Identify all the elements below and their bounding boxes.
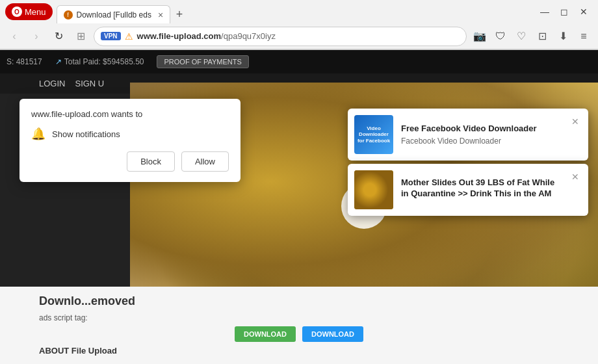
popup-buttons: Block Allow: [31, 151, 229, 172]
close-button[interactable]: ✕: [575, 3, 593, 21]
page-text-area: Downlo...emoved ads script tag: DOWNLOAD…: [0, 287, 598, 364]
tab-favicon: f: [64, 10, 73, 20]
vpn-badge: VPN: [101, 32, 121, 40]
tab-close-icon[interactable]: ×: [158, 10, 163, 20]
ad-card-2[interactable]: Mother Slides Out 39 LBS of Fat While in…: [348, 164, 588, 216]
popup-site-text: www.file-upload.com wants to: [31, 109, 229, 119]
warning-icon: ⚠: [125, 31, 133, 42]
maximize-button[interactable]: ◻: [555, 3, 573, 21]
ad2-thumbnail: [354, 170, 393, 209]
stats-text: S: 481517: [6, 57, 42, 66]
bookmark-icon[interactable]: ♡: [512, 27, 530, 46]
ad2-thumb-image: [354, 170, 393, 209]
new-tab-button[interactable]: +: [170, 5, 188, 23]
page-heading: Downlo...emoved: [39, 294, 559, 308]
main-menu-icon[interactable]: ≡: [575, 27, 593, 46]
url-domain: www.file-upload.com: [137, 31, 222, 41]
toolbar-icons: 📷 🛡 ♡ ⊡ ⬇ ≡: [471, 27, 593, 46]
shield-icon[interactable]: 🛡: [491, 27, 510, 46]
camera-icon[interactable]: 📷: [471, 27, 489, 46]
about-label: ABOUT File Upload: [39, 346, 559, 356]
popup-notification-row: 🔔 Show notifications: [31, 127, 229, 141]
url-bar[interactable]: VPN ⚠ www.file-upload.com/qpa9qu7x0iyz: [94, 27, 467, 46]
nav-signup[interactable]: SIGN U: [75, 79, 104, 88]
opera-menu-button[interactable]: O Menu: [5, 3, 53, 20]
block-button[interactable]: Block: [127, 151, 175, 172]
address-bar: ‹ › ↻ ⊞ VPN ⚠ www.file-upload.com/qpa9qu…: [0, 23, 598, 49]
minimize-button[interactable]: —: [536, 3, 554, 21]
ad2-close-button[interactable]: ✕: [569, 170, 582, 183]
back-button[interactable]: ‹: [5, 27, 23, 46]
ad2-text: Mother Slides Out 39 LBS of Fat While in…: [401, 177, 561, 202]
page-content: S: 481517 ↗ Total Paid: $594585.50 PROOF…: [0, 50, 598, 364]
allow-button[interactable]: Allow: [181, 151, 229, 172]
ad1-thumb-image: Video Downloader for Facebook: [354, 115, 393, 154]
ad-card-1[interactable]: Video Downloader for Facebook Free Faceb…: [348, 109, 588, 161]
opera-menu-label: Menu: [25, 7, 46, 17]
nav-login[interactable]: LOGIN: [39, 79, 65, 88]
browser-chrome: O Menu f Download [Fulldb eds × + — ◻ ✕ …: [0, 0, 598, 50]
tabs-area: f Download [Fulldb eds × +: [57, 0, 532, 23]
website-top-bar: S: 481517 ↗ Total Paid: $594585.50 PROOF…: [0, 50, 598, 73]
popup-notification-label: Show notifications: [52, 129, 120, 139]
ad1-text: Free Facebook Video Downloader Facebook …: [401, 124, 561, 146]
download-buttons-area: DOWNLOAD DOWNLOAD: [39, 326, 559, 342]
url-path: /qpa9qu7x0iyz: [221, 31, 276, 41]
notification-popup: www.file-upload.com wants to 🔔 Show noti…: [20, 99, 240, 182]
ads-section: ads script tag:: [39, 313, 559, 322]
proof-payments-button[interactable]: PROOF OF PAYMENTS: [157, 55, 248, 68]
total-paid: ↗ Total Paid: $594585.50: [55, 57, 144, 66]
extensions-icon[interactable]: ⊡: [533, 27, 551, 46]
ad1-subtitle: Facebook Video Downloader: [401, 136, 561, 146]
url-display: www.file-upload.com/qpa9qu7x0iyz: [137, 31, 460, 41]
ad2-title: Mother Slides Out 39 LBS of Fat While in…: [401, 177, 561, 200]
opera-logo-icon: O: [12, 6, 22, 17]
active-tab[interactable]: f Download [Fulldb eds ×: [57, 5, 171, 23]
download-btn-1[interactable]: DOWNLOAD: [235, 326, 296, 342]
grid-view-button[interactable]: ⊞: [72, 27, 90, 46]
download-btn-2[interactable]: DOWNLOAD: [302, 326, 363, 342]
ad1-close-button[interactable]: ✕: [569, 115, 582, 128]
reload-button[interactable]: ↻: [49, 27, 68, 46]
download-icon[interactable]: ⬇: [554, 27, 572, 46]
title-bar: O Menu f Download [Fulldb eds × + — ◻ ✕: [0, 0, 598, 23]
ad1-thumbnail: Video Downloader for Facebook: [354, 115, 393, 154]
tab-label: Download [Fulldb eds: [77, 10, 151, 20]
bell-icon: 🔔: [31, 127, 46, 141]
window-controls: — ◻ ✕: [536, 3, 593, 21]
forward-button[interactable]: ›: [27, 27, 46, 46]
ad1-title: Free Facebook Video Downloader: [401, 124, 561, 135]
